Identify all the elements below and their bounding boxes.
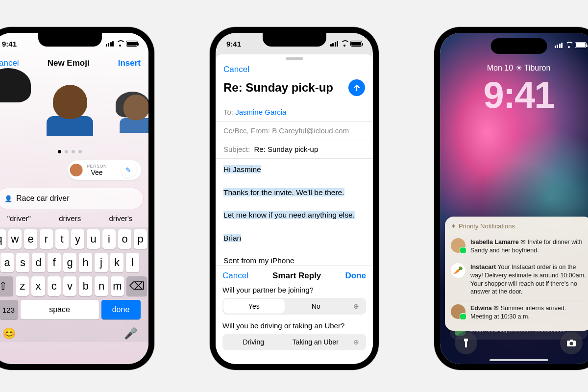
status-time: 9:41 <box>226 40 241 48</box>
emoji-main <box>42 82 98 138</box>
send-button[interactable] <box>348 79 365 96</box>
notch <box>38 33 102 47</box>
emoji-preview[interactable] <box>0 72 148 148</box>
key-a[interactable]: a <box>0 253 14 272</box>
key-s[interactable]: s <box>16 253 29 272</box>
compose-sheet: Cancel Re: Sunday pick-up To: Jasmine Ga… <box>216 54 373 364</box>
suggestion[interactable]: drivers <box>59 214 81 222</box>
nav-bar: ancel New Emoji Insert <box>0 54 148 72</box>
cancel-button[interactable]: Cancel <box>216 63 373 76</box>
card-title: ✦ Priority Notifications <box>451 222 587 230</box>
key-d[interactable]: d <box>32 253 45 272</box>
person-chip[interactable]: PERSON Vee ✎ <box>68 160 141 180</box>
key-v[interactable]: v <box>63 276 76 296</box>
keyboard-suggestions: "driver" drivers driver's <box>0 209 148 227</box>
sr-option-driving[interactable]: Driving <box>222 334 285 350</box>
key-q[interactable]: q <box>0 229 6 249</box>
svg-point-1 <box>570 342 573 345</box>
key-t[interactable]: t <box>55 229 69 249</box>
notification-item[interactable]: Edwina ✉︎ Summer interns arrived. Meetin… <box>451 300 587 325</box>
dictation-icon[interactable]: 🎤 <box>124 327 137 340</box>
key-o[interactable]: o <box>118 229 131 249</box>
phone-emoji-creator: 9:41 ancel New Emoji Insert <box>0 27 154 370</box>
backspace-key[interactable]: ⌫ <box>126 276 147 296</box>
key-k[interactable]: k <box>110 253 123 272</box>
key-r[interactable]: r <box>40 229 53 249</box>
wifi-icon <box>116 41 123 47</box>
numbers-key[interactable]: 123 <box>0 300 18 319</box>
camera-button[interactable] <box>560 332 583 354</box>
sr-more-icon[interactable]: ⊕ <box>346 298 366 315</box>
ccbcc-field[interactable]: Cc/Bcc, From: B.Careyful@icloud.com <box>216 122 373 140</box>
suggestion[interactable]: "driver" <box>7 214 31 222</box>
contact-avatar-icon <box>451 238 466 253</box>
shift-key[interactable]: ⇧ <box>0 276 13 296</box>
key-e[interactable]: e <box>24 229 37 249</box>
chip-label: PERSON <box>87 164 107 169</box>
done-key[interactable]: done <box>101 300 141 319</box>
key-z[interactable]: z <box>16 276 29 296</box>
arrow-up-icon <box>353 84 361 92</box>
key-b[interactable]: b <box>79 276 92 296</box>
person-glyph-icon: 👤 <box>4 195 12 202</box>
flashlight-icon <box>462 338 470 348</box>
key-i[interactable]: i <box>102 229 116 249</box>
key-row-3: zxcvbnm <box>16 276 124 296</box>
page-dots[interactable] <box>0 150 148 153</box>
key-y[interactable]: y <box>71 229 84 249</box>
sr-option-yes[interactable]: Yes <box>223 299 285 314</box>
emoji-key-icon[interactable]: 😊 <box>2 327 16 340</box>
key-u[interactable]: u <box>87 229 100 249</box>
instacart-icon: 🥕 <box>451 263 466 278</box>
to-field[interactable]: To: Jasmine Garcia <box>216 103 373 122</box>
key-j[interactable]: j <box>95 253 108 272</box>
sr-option-no[interactable]: No <box>286 298 347 315</box>
dynamic-island[interactable] <box>490 38 547 54</box>
key-c[interactable]: c <box>48 276 61 296</box>
phone-mail-compose: 9:41 Cancel Re: Sunday pick-up To: Jasmi… <box>210 27 379 370</box>
cancel-button[interactable]: ancel <box>0 58 19 68</box>
priority-notifications-card[interactable]: ✦ Priority Notifications Isabella Lamarr… <box>445 217 588 331</box>
sheet-grabber[interactable] <box>286 57 303 60</box>
sr-title: Smart Reply <box>272 271 321 281</box>
smart-reply-panel: Cancel Smart Reply Done Will your partne… <box>216 266 373 364</box>
keyboard: qwertyuiop asdfghjkl ⇧ zxcvbnm ⌫ 123 spa… <box>0 227 148 342</box>
insert-button[interactable]: Insert <box>118 58 141 68</box>
key-n[interactable]: n <box>95 276 108 296</box>
sr-question-2: Will you be driving or taking an Uber? <box>222 321 366 330</box>
key-g[interactable]: g <box>63 253 76 272</box>
prompt-input[interactable]: 👤 Race car driver <box>0 188 144 209</box>
sr-cancel-button[interactable]: Cancel <box>222 271 248 281</box>
key-f[interactable]: f <box>48 253 61 272</box>
svg-rect-2 <box>570 340 573 341</box>
key-w[interactable]: w <box>8 229 22 249</box>
sr-question-1: Will your partner be joining? <box>222 286 366 294</box>
notification-item[interactable]: Isabella Lamarre ✉︎ Invite for dinner wi… <box>451 234 587 259</box>
space-key[interactable]: space <box>21 300 99 319</box>
key-p[interactable]: p <box>134 229 147 249</box>
notification-item[interactable]: 🥕 Instacart Your Instacart order is on t… <box>451 259 587 300</box>
key-h[interactable]: h <box>79 253 92 272</box>
key-l[interactable]: l <box>126 253 139 272</box>
wifi-icon <box>565 43 572 48</box>
battery-icon <box>126 41 138 47</box>
recipient[interactable]: Jasmine Garcia <box>235 108 286 116</box>
sr-options-1: Yes No ⊕ <box>222 298 366 315</box>
lock-time: 9:41 <box>440 74 588 116</box>
home-indicator[interactable] <box>490 359 548 361</box>
notch <box>263 33 326 47</box>
emoji-variant <box>114 88 148 132</box>
flashlight-button[interactable] <box>455 332 477 354</box>
key-m[interactable]: m <box>111 276 124 296</box>
sr-more-icon[interactable]: ⊕ <box>346 334 366 350</box>
subject-field[interactable]: Subject: Re: Sunday pick-up <box>216 140 373 159</box>
signal-icon <box>555 43 563 48</box>
wifi-icon <box>341 41 348 47</box>
subject-heading: Re: Sunday pick-up <box>223 81 333 95</box>
edit-icon[interactable]: ✎ <box>121 162 136 178</box>
key-x[interactable]: x <box>31 276 45 296</box>
sr-done-button[interactable]: Done <box>345 271 367 281</box>
sr-option-uber[interactable]: Taking an Uber <box>285 334 347 350</box>
battery-icon <box>350 41 362 47</box>
suggestion[interactable]: driver's <box>109 214 132 222</box>
